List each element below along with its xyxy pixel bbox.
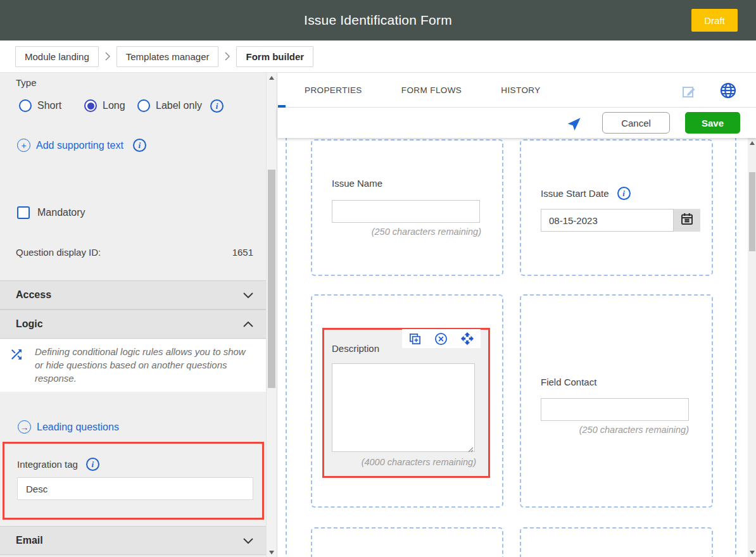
tab-history[interactable]: HISTORY [501, 85, 540, 95]
issue-name-hint: (250 characters remaining) [332, 227, 481, 237]
integration-tag-label: Integration tag [17, 459, 78, 470]
breadcrumb-item-module-landing[interactable]: Module landing [15, 46, 99, 67]
delete-icon[interactable] [434, 332, 448, 346]
logic-description-text: Defining conditional logic rules allows … [35, 345, 249, 385]
chevron-down-icon [243, 289, 253, 301]
calendar-icon [681, 213, 693, 228]
radio-label: Long [103, 100, 125, 111]
logic-section-body: Defining conditional logic rules allows … [0, 339, 266, 392]
question-display-id-value: 1651 [232, 247, 253, 258]
radio-icon [19, 99, 32, 112]
integration-tag-input[interactable] [17, 477, 253, 500]
checkbox-icon[interactable] [17, 206, 30, 219]
breadcrumb-chevron-icon [225, 52, 230, 61]
main-panel: PROPERTIES FORM FLOWS HISTORY [277, 73, 756, 557]
integration-tag-label-row: Integration tag i [17, 458, 99, 471]
arrow-right-circle-icon: → [18, 420, 31, 434]
issue-name-label: Issue Name [332, 178, 382, 189]
accordion-access[interactable]: Access [0, 280, 266, 310]
type-section-label: Type [16, 77, 37, 88]
add-supporting-text-link[interactable]: + Add supporting text i [17, 139, 146, 152]
scrollbar-thumb[interactable] [749, 172, 755, 251]
accordion-logic-label: Logic [16, 318, 43, 330]
chevron-up-icon [243, 318, 253, 330]
status-badge: Draft [691, 9, 738, 32]
page-title: Issue Identification Form [0, 0, 756, 41]
action-toolbar: Cancel Save [277, 108, 756, 138]
form-canvas: Issue Name (250 characters remaining) Is… [277, 138, 756, 557]
description-hint: (4000 characters remaining) [332, 457, 476, 467]
question-box-issue-start-date[interactable] [520, 139, 713, 276]
leading-questions-label: Leading questions [37, 422, 119, 433]
radio-long[interactable]: Long [84, 99, 125, 112]
add-supporting-text-label: Add supporting text [36, 140, 123, 151]
issue-start-date-label-row: Issue Start Date i [541, 187, 631, 200]
accordion-email-label: Email [16, 535, 43, 546]
breadcrumb-item-templates-manager[interactable]: Templates manager [117, 46, 219, 67]
radio-short[interactable]: Short [19, 99, 61, 112]
duplicate-icon[interactable] [408, 332, 422, 346]
shuffle-icon [9, 347, 24, 365]
radio-icon [137, 99, 150, 112]
accordion-logic[interactable]: Logic [0, 310, 266, 339]
description-label: Description [332, 343, 379, 354]
app-header: Issue Identification Form Draft [0, 0, 756, 41]
issue-name-input[interactable] [332, 200, 480, 223]
issue-start-date-info-icon[interactable]: i [617, 187, 631, 200]
field-contact-hint: (250 characters remaining) [541, 425, 689, 435]
field-contact-label: Field Contact [541, 377, 596, 387]
tab-properties[interactable]: PROPERTIES [305, 85, 362, 95]
form-builder-app: Issue Identification Form Draft Module l… [0, 0, 756, 557]
question-display-id-label: Question display ID: [16, 247, 101, 258]
edit-icon[interactable] [681, 84, 696, 101]
calendar-button[interactable] [674, 209, 700, 232]
globe-icon[interactable] [719, 82, 737, 102]
issue-start-date-label: Issue Start Date [541, 188, 609, 199]
mandatory-checkbox-row[interactable]: Mandatory [17, 206, 85, 219]
integration-tag-info-icon[interactable]: i [86, 458, 99, 471]
breadcrumb: Module landing Templates manager Form bu… [0, 41, 756, 73]
question-toolbar [402, 329, 481, 348]
question-box-empty-1[interactable] [311, 527, 503, 557]
paper-plane-icon[interactable] [567, 115, 584, 134]
radio-label: Short [37, 100, 61, 111]
breadcrumb-chevron-icon [105, 52, 110, 61]
plus-circle-icon: + [17, 139, 30, 152]
resize-grip-icon[interactable] [467, 444, 474, 455]
breadcrumb-item-form-builder[interactable]: Form builder [236, 46, 313, 67]
scrollbar-thumb[interactable] [268, 170, 275, 388]
radio-label-only[interactable]: Label only [137, 99, 202, 112]
description-textarea[interactable] [332, 363, 475, 452]
scroll-down-icon[interactable] [748, 548, 756, 557]
save-button[interactable]: Save [685, 112, 740, 134]
radio-icon [84, 99, 97, 112]
integration-tag-highlight-box: Integration tag i [3, 442, 264, 520]
tab-bar: PROPERTIES FORM FLOWS HISTORY [277, 73, 756, 108]
tab-form-flows[interactable]: FORM FLOWS [401, 85, 462, 95]
field-contact-input[interactable] [541, 398, 689, 421]
canvas-scrollbar[interactable] [748, 138, 756, 557]
sidebar-scrollbar[interactable] [266, 73, 277, 557]
issue-start-date-input[interactable] [541, 209, 674, 232]
leading-questions-link[interactable]: → Leading questions [18, 420, 119, 434]
accordion-email[interactable]: Email [0, 526, 266, 555]
scroll-up-icon[interactable] [748, 138, 756, 147]
type-info-icon[interactable]: i [210, 99, 224, 113]
move-icon[interactable] [460, 332, 474, 346]
scroll-up-icon[interactable] [267, 73, 277, 82]
properties-sidebar: Type Short Long Label only i + Add suppo… [0, 73, 277, 557]
question-box-empty-2[interactable] [520, 527, 713, 557]
supporting-text-info-icon[interactable]: i [133, 139, 146, 152]
accordion-access-label: Access [16, 289, 51, 301]
chevron-down-icon [243, 535, 253, 546]
question-display-id-row: Question display ID: 1651 [16, 247, 253, 258]
mandatory-label: Mandatory [37, 207, 85, 218]
cancel-button[interactable]: Cancel [602, 112, 670, 134]
radio-label: Label only [156, 100, 202, 111]
scroll-down-icon[interactable] [267, 548, 277, 557]
